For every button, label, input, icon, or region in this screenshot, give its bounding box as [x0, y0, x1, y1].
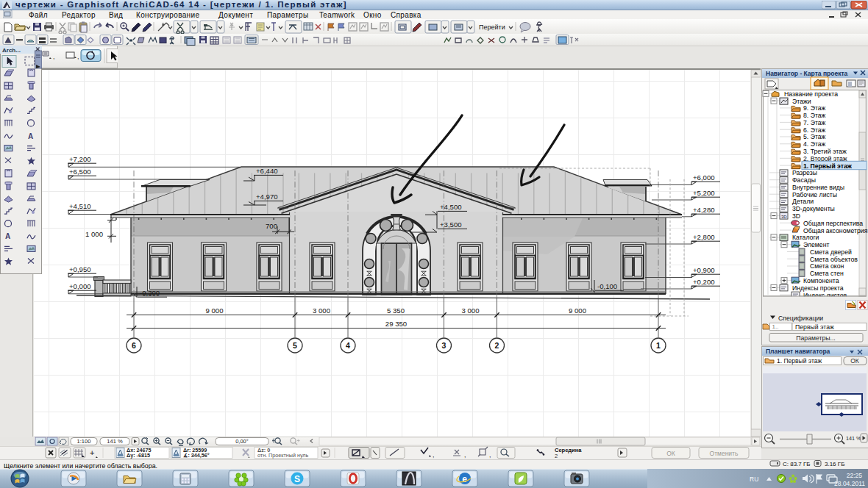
svg-text:Каталоги: Каталоги [792, 234, 819, 241]
svg-text:отн. Проектный нуль: отн. Проектный нуль [257, 452, 309, 459]
svg-text:,: , [53, 53, 55, 60]
svg-text:1:100: 1:100 [77, 438, 91, 445]
svg-text:+: + [90, 448, 94, 457]
svg-text:,: , [464, 451, 466, 459]
svg-text:+5,200: +5,200 [693, 189, 715, 197]
svg-text:Смета окон: Смета окон [810, 262, 844, 270]
svg-text:Смета объектов: Смета объектов [810, 256, 858, 263]
svg-text:∡: 344,56°: ∡: 344,56° [183, 452, 210, 459]
svg-text:1. Первый этаж: 1. Первый этаж [803, 162, 853, 170]
svg-text:7. Этаж: 7. Этаж [803, 119, 826, 126]
svg-text:S: S [294, 474, 300, 484]
svg-text:Отменить: Отменить [710, 450, 739, 457]
svg-text:e: e [462, 474, 467, 484]
svg-text:Индексы проекта: Индексы проекта [792, 284, 844, 292]
svg-text:9. Этаж: 9. Этаж [803, 104, 826, 112]
svg-text:1..: 1.. [772, 323, 779, 330]
svg-text:8. Этаж: 8. Этаж [803, 112, 826, 119]
svg-text:C: 83.7 ГБ: C: 83.7 ГБ [783, 461, 811, 467]
svg-text:+6,500: +6,500 [69, 168, 91, 176]
svg-text:Этажи: Этажи [792, 98, 811, 105]
svg-text:Первый этаж: Первый этаж [795, 323, 834, 331]
svg-text:+7,200: +7,200 [69, 155, 91, 163]
svg-text:6. Этаж: 6. Этаж [803, 126, 826, 134]
svg-text:Arch...: Arch... [2, 47, 21, 54]
svg-text:0,00°: 0,00° [235, 438, 249, 445]
svg-text:+4,500: +4,500 [440, 203, 462, 211]
svg-text:9 000: 9 000 [205, 306, 223, 315]
svg-text:3D: 3D [781, 215, 787, 219]
svg-text:+2,800: +2,800 [693, 233, 715, 241]
svg-text:,: , [77, 53, 79, 60]
svg-text:+0,200: +0,200 [693, 278, 715, 286]
svg-text:6: 6 [132, 341, 136, 350]
svg-text:Элемент: Элемент [803, 241, 829, 248]
svg-text:700: 700 [266, 222, 277, 230]
svg-text:Общая аксонометрия: Общая аксонометрия [803, 227, 868, 234]
svg-text:Внутренние виды: Внутренние виды [792, 184, 844, 191]
svg-text:ОК: ОК [850, 357, 859, 365]
svg-text:+0,900: +0,900 [693, 266, 715, 274]
svg-text:Общая перспектива: Общая перспектива [803, 220, 863, 227]
svg-text:ОК: ОК [666, 450, 675, 457]
svg-text:3: 3 [442, 341, 447, 350]
svg-text:5. Этаж: 5. Этаж [803, 133, 826, 140]
svg-text:3 000: 3 000 [313, 306, 330, 315]
svg-text:Δy: -6815: Δy: -6815 [127, 452, 150, 459]
svg-text:3 000: 3 000 [461, 306, 479, 315]
svg-text:1 000: 1 000 [85, 230, 103, 238]
svg-text:+6,440: +6,440 [256, 167, 278, 175]
svg-text:5 350: 5 350 [387, 306, 405, 315]
svg-text:Перейти: Перейти [479, 24, 505, 31]
svg-text:2: 2 [495, 341, 499, 350]
svg-text:Рабочие листы: Рабочие листы [792, 191, 837, 198]
svg-text:Название проекта: Название проекта [784, 90, 838, 98]
svg-text:4. Этаж: 4. Этаж [803, 140, 826, 148]
svg-text:22:25: 22:25 [847, 472, 863, 479]
svg-text:Компонента: Компонента [803, 277, 839, 284]
svg-text:Смета дверей: Смета дверей [810, 248, 852, 256]
svg-text:,: , [433, 451, 435, 459]
svg-text:4: 4 [346, 341, 350, 350]
svg-text:3D-документы: 3D-документы [792, 205, 835, 212]
svg-text:Смета стен: Смета стен [810, 270, 844, 277]
svg-text:+4,280: +4,280 [693, 206, 715, 214]
svg-text:Середина: Середина [555, 447, 582, 453]
svg-text:Разрезы: Разрезы [792, 169, 817, 176]
svg-text:,: , [489, 451, 491, 459]
svg-text:-0,100: -0,100 [597, 282, 617, 290]
svg-text:-0,300: -0,300 [140, 289, 160, 297]
svg-text:+3,500: +3,500 [440, 220, 462, 229]
svg-text:29 350: 29 350 [385, 320, 407, 328]
svg-text:5: 5 [293, 341, 297, 350]
svg-text:RU: RU [750, 476, 758, 483]
svg-text:3. Третий этаж: 3. Третий этаж [803, 148, 847, 155]
svg-text:Детали: Детали [792, 198, 814, 205]
svg-text:Спецификации: Спецификации [778, 315, 823, 322]
svg-text:A: A [5, 232, 10, 240]
svg-text:+4,510: +4,510 [69, 202, 91, 210]
svg-text:1. Первый этаж: 1. Первый этаж [777, 357, 822, 365]
svg-text:+6,000: +6,000 [693, 173, 715, 182]
svg-text:Фасады: Фасады [792, 176, 816, 184]
svg-text:1: 1 [656, 341, 661, 350]
svg-text:A: A [28, 132, 33, 140]
svg-text:+4,970: +4,970 [256, 193, 278, 201]
svg-text:141 %: 141 % [846, 435, 861, 442]
svg-text:2: 2 [555, 453, 558, 459]
svg-text:141 %: 141 % [107, 438, 123, 445]
svg-text:Параметры...: Параметры... [796, 334, 836, 342]
svg-text:28.04.2011: 28.04.2011 [834, 480, 865, 487]
svg-text:+0,000: +0,000 [69, 282, 91, 290]
svg-text:3D: 3D [792, 212, 800, 220]
svg-text:9 000: 9 000 [569, 306, 586, 315]
svg-text:+0,950: +0,950 [69, 265, 91, 273]
svg-text:3.16 ГБ: 3.16 ГБ [825, 461, 844, 467]
